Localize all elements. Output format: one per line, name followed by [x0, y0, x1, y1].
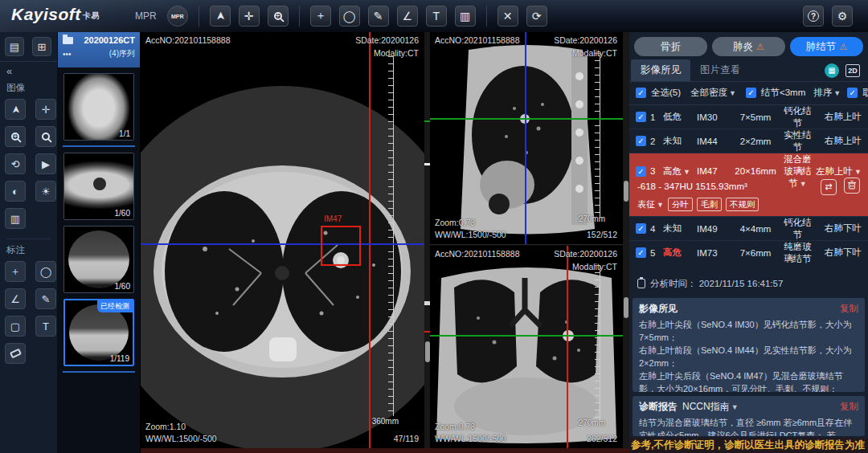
loc-dropdown[interactable]: 左肺上叶▼: [815, 165, 862, 178]
series-list-icon[interactable]: ▤: [5, 37, 24, 56]
ruler-annotation-icon[interactable]: ✎: [35, 288, 56, 309]
series-thumbnail-axial-selected[interactable]: 已经检测 1/119: [63, 299, 134, 366]
nodule-row-5[interactable]: ✓ 5 高危 IM73 7×6mm 纯磨玻璃结节 右肺下叶: [629, 241, 868, 265]
axial-scrollbar[interactable]: [424, 32, 430, 448]
mpr-label: MPR: [135, 10, 157, 22]
sagittal-viewport[interactable]: AccNO:202101158888 SDate:20200126Modalit…: [430, 32, 623, 245]
nodule-row-4[interactable]: ✓ 4 未知 IM49 4×4mm 钙化结节 右肺下叶: [629, 217, 868, 241]
tab-image-view[interactable]: 图片查看: [690, 59, 750, 81]
analysis-time-row: 分析时间： 2021/11/15 16:41:57: [629, 265, 868, 296]
settings-gear-icon[interactable]: ⚙: [832, 6, 853, 27]
ellipse-tool-icon[interactable]: ◯: [339, 6, 360, 27]
nodule-row-1[interactable]: ✓ 1 低危 IM30 7×5mm 钙化结节 右肺上叶: [629, 105, 868, 129]
tag-irregular[interactable]: 不规则: [726, 198, 760, 211]
study-header[interactable]: 20200126CT ••• (4)序列: [58, 32, 140, 67]
main-toolbar: MPR MPR ➤ ✛ + ＋ ◯ ✎ ∠ T ▥ ✕ ⟳: [135, 6, 551, 27]
module-fracture-button[interactable]: 骨折: [634, 37, 707, 56]
app-logo: Kayisoft卡易: [11, 5, 100, 24]
row-checkbox[interactable]: ✓: [636, 247, 646, 258]
cursor-tool-icon[interactable]: ➤: [5, 99, 26, 120]
ruler-tool-icon[interactable]: ✎: [368, 6, 389, 27]
mpr-icon[interactable]: MPR: [167, 6, 188, 27]
layout-icon[interactable]: ⊞: [32, 37, 51, 56]
window-level-icon[interactable]: ▥: [5, 208, 26, 229]
findings-copy-button[interactable]: 复制: [840, 303, 858, 315]
axial-crosshair-vertical[interactable]: [369, 32, 371, 448]
clear-tool-icon[interactable]: ✕: [497, 6, 518, 27]
zoom-in-tool-icon[interactable]: +: [268, 6, 289, 27]
contrast-invert-icon[interactable]: ◐: [5, 181, 26, 202]
axial-accno: AccNO:202101158888: [145, 35, 230, 47]
text-annotation-icon[interactable]: T: [35, 316, 56, 337]
eraser-icon[interactable]: [5, 343, 26, 364]
guideline-dropdown[interactable]: NCCN指南▼: [682, 400, 739, 414]
ellipse-annotation-icon[interactable]: ◯: [35, 261, 56, 282]
sag-crosshair-horizontal[interactable]: [430, 118, 623, 120]
tag-spiculated[interactable]: 毛刺: [697, 198, 722, 211]
cor-crosshair-vertical[interactable]: [567, 246, 568, 448]
feature-dropdown[interactable]: 表征▼: [637, 198, 664, 210]
axial-viewport[interactable]: AccNO:202101158888 SDate:20200126Modalit…: [141, 32, 424, 448]
series-thumbnail-axial-1[interactable]: 1/60: [63, 153, 134, 220]
crosshair-tool-icon[interactable]: ＋: [310, 6, 331, 27]
scrollbar-thumb[interactable]: [624, 297, 628, 318]
row-checkbox[interactable]: ✓: [636, 112, 646, 122]
scrollbar-thumb[interactable]: [624, 181, 628, 202]
sort-dropdown[interactable]: 排序▼: [813, 87, 841, 99]
left-tool-rail: ▤ ⊞ « 图像 ➤ ✛ + ⟲ ▶ ◐ ☀ ▥ 标注 ＋ ◯ ∠ ✎ ▢ T: [0, 32, 58, 453]
view-2d-icon[interactable]: 2D: [845, 64, 860, 77]
nodule-roi-label: IM47: [324, 214, 342, 223]
select-all-checkbox[interactable]: ✓: [636, 88, 646, 98]
module-nodule-button[interactable]: 肺结节⚠: [790, 37, 863, 56]
more-icon[interactable]: •••: [63, 50, 72, 59]
rotate-tool-icon[interactable]: ⟲: [5, 153, 26, 174]
nodule-marker-green: [424, 120, 430, 122]
series-thumbnail-scout[interactable]: 1/1: [63, 73, 134, 141]
diagnosis-copy-button[interactable]: 复制: [840, 401, 858, 413]
row-checkbox[interactable]: ✓: [636, 136, 646, 146]
nodule-roi-box[interactable]: [321, 226, 361, 266]
angle-annotation-icon[interactable]: ∠: [5, 288, 26, 309]
window-level-tool-icon[interactable]: ▥: [455, 6, 476, 27]
tag-lobulated[interactable]: 分叶: [668, 198, 693, 211]
crosshair-annotation-icon[interactable]: ＋: [5, 261, 26, 282]
round-checkbox[interactable]: ✓: [847, 88, 858, 98]
brightness-icon[interactable]: ☀: [35, 181, 56, 202]
zoom-in-tool-icon[interactable]: +: [5, 126, 26, 147]
risk-dropdown[interactable]: 高危▼: [663, 165, 697, 178]
density-dropdown[interactable]: 全部密度▼: [690, 87, 736, 99]
cursor-tool-icon[interactable]: ➤: [210, 6, 231, 27]
scrollbar-thumb[interactable]: [425, 341, 430, 362]
clipboard-icon: [637, 279, 645, 288]
pan-tool-icon[interactable]: ✛: [35, 99, 56, 120]
cor-zoom-ww: Zoom:0.73WW/WL:1500/-500: [435, 421, 506, 447]
axial-crosshair-horizontal[interactable]: [141, 243, 424, 245]
help-icon[interactable]: ?: [803, 6, 824, 27]
type-dropdown[interactable]: 混合磨玻璃结节▼: [780, 153, 815, 190]
sagcor-scrollbar[interactable]: [623, 32, 629, 448]
small-nodule-label: 结节<3mm: [761, 87, 805, 99]
coronal-viewport[interactable]: AccNO:202101158888 SDate:20200126Modalit…: [430, 246, 623, 448]
tab-findings[interactable]: 影像所见: [631, 59, 690, 81]
delete-icon[interactable]: [844, 178, 860, 194]
cine-play-icon[interactable]: ▶: [35, 153, 56, 174]
report-grid-icon[interactable]: ▦: [825, 63, 839, 78]
row-checkbox[interactable]: ✓: [636, 223, 646, 234]
module-pneumonia-button[interactable]: 肺炎⚠: [712, 37, 785, 56]
sag-crosshair-vertical[interactable]: [525, 32, 526, 244]
cor-crosshair-horizontal[interactable]: [430, 335, 623, 337]
compare-icon[interactable]: ⇄: [821, 179, 837, 195]
findings-box: 影像所见 复制 右肺上叶尖段（SeNO.4 IM30）见钙化结节影，大小为7×5…: [633, 298, 865, 392]
collapse-panel-button[interactable]: «: [0, 62, 57, 80]
rectangle-annotation-icon[interactable]: ▢: [5, 316, 26, 337]
pan-tool-icon[interactable]: ✛: [239, 6, 260, 27]
nodule-row-2[interactable]: ✓ 2 未知 IM44 2×2mm 实性结节 右肺上叶: [629, 129, 868, 153]
nodule-row-3-selected[interactable]: ✓ 3 高危▼ IM47 20×16mm 混合磨玻璃结节▼ 左肺上叶▼ -618…: [629, 153, 868, 217]
magnify-tool-icon[interactable]: [35, 126, 56, 147]
reset-tool-icon[interactable]: ⟳: [526, 6, 547, 27]
text-tool-icon[interactable]: T: [426, 6, 447, 27]
angle-tool-icon[interactable]: ∠: [397, 6, 418, 27]
small-nodule-checkbox[interactable]: ✓: [746, 88, 756, 98]
series-thumbnail-axial-2[interactable]: 1/60: [63, 226, 134, 293]
row-checkbox[interactable]: ✓: [636, 166, 646, 177]
